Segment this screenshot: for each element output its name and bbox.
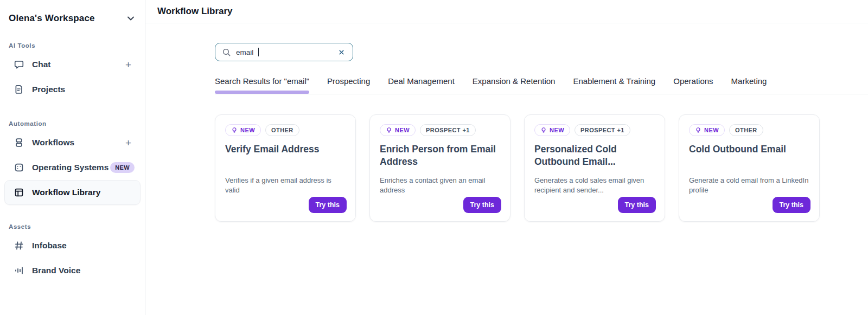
waveform-icon — [14, 265, 24, 276]
sidebar-item-label: Infobase — [32, 241, 67, 250]
workflow-nodes-icon — [14, 137, 24, 148]
add-workflow-button[interactable]: + — [122, 137, 135, 149]
badge-label: PROSPECT +1 — [426, 127, 470, 133]
section-label-ai-tools: AI Tools — [9, 42, 136, 49]
text-cursor — [258, 48, 259, 56]
try-this-button[interactable]: Try this — [463, 197, 501, 213]
add-chat-button[interactable]: + — [122, 59, 135, 71]
new-badge: NEW — [689, 124, 725, 136]
layout-icon — [14, 187, 24, 198]
category-tabs: Search Results for "email" Prospecting D… — [215, 76, 868, 94]
document-icon — [14, 84, 24, 95]
badge-label: PROSPECT +1 — [580, 127, 624, 133]
sidebar-item-label: Projects — [32, 85, 65, 94]
workflow-card-grid: NEW OTHER Verify Email Address Verifies … — [215, 114, 868, 222]
badge-row: NEW OTHER — [689, 124, 809, 136]
workflow-card[interactable]: NEW OTHER Cold Outbound Email Generate a… — [679, 114, 820, 222]
badge-row: NEW PROSPECT +1 — [380, 124, 500, 136]
workflow-title: Enrich Person from Email Address — [380, 143, 500, 173]
try-this-button[interactable]: Try this — [309, 197, 347, 213]
badge-row: NEW PROSPECT +1 — [534, 124, 655, 136]
clear-search-icon[interactable] — [337, 48, 346, 57]
tab-enablement-training[interactable]: Enablement & Training — [573, 76, 655, 94]
content: email Search Results for "email" Prospec… — [145, 23, 868, 222]
workspace-switcher[interactable]: Olena's Workspace — [4, 13, 141, 24]
tab-search-results[interactable]: Search Results for "email" — [215, 76, 309, 94]
sidebar-item-projects[interactable]: Projects — [4, 77, 141, 102]
sidebar-item-workflows[interactable]: Workflows + — [4, 130, 141, 155]
badge-label: NEW — [240, 127, 255, 133]
workflow-description: Generates a cold sales email given recip… — [534, 176, 655, 196]
sidebar-item-infobase[interactable]: Infobase — [4, 233, 141, 258]
grid-dots-icon — [14, 162, 24, 173]
badge-label: NEW — [704, 127, 719, 133]
workflow-card[interactable]: NEW OTHER Verify Email Address Verifies … — [215, 114, 356, 222]
workflow-description: Generate a cold email from a LinkedIn pr… — [689, 176, 809, 196]
try-this-button[interactable]: Try this — [773, 197, 810, 213]
sidebar: Olena's Workspace AI Tools Chat + Projec… — [0, 0, 145, 315]
badge-row: NEW OTHER — [225, 124, 346, 136]
tab-deal-management[interactable]: Deal Management — [388, 76, 455, 94]
sidebar-item-operating-systems[interactable]: Operating Systems NEW — [4, 155, 141, 180]
sidebar-item-label: Workflows — [32, 138, 74, 147]
section-label-assets: Assets — [9, 223, 136, 230]
sidebar-item-brand-voice[interactable]: Brand Voice — [4, 258, 141, 283]
sidebar-item-workflow-library[interactable]: Workflow Library — [4, 180, 141, 205]
sidebar-item-label: Workflow Library — [32, 188, 100, 197]
lightbulb-icon — [540, 127, 547, 133]
category-badge: PROSPECT +1 — [420, 124, 476, 136]
badge-label: NEW — [395, 127, 410, 133]
hash-icon — [14, 240, 24, 251]
search-value: email — [236, 48, 253, 56]
workflow-description: Verifies if a given email address is val… — [225, 176, 346, 196]
sidebar-item-chat[interactable]: Chat + — [4, 52, 141, 77]
workflow-card[interactable]: NEW PROSPECT +1 Personalized Cold Outbou… — [524, 114, 665, 222]
tab-marketing[interactable]: Marketing — [731, 76, 767, 94]
section-label-automation: Automation — [9, 120, 136, 127]
search-input[interactable]: email — [215, 43, 353, 61]
category-badge: OTHER — [265, 124, 299, 136]
badge-label: OTHER — [735, 127, 757, 133]
workflow-title: Verify Email Address — [225, 143, 346, 173]
sidebar-item-label: Brand Voice — [32, 266, 80, 275]
tab-prospecting[interactable]: Prospecting — [327, 76, 370, 94]
new-badge: NEW — [380, 124, 416, 136]
lightbulb-icon — [231, 127, 238, 133]
chevron-down-icon[interactable] — [125, 13, 136, 24]
badge-label: NEW — [550, 127, 564, 133]
sidebar-item-label: Operating Systems — [32, 163, 108, 172]
sidebar-item-label: Chat — [32, 60, 50, 69]
workflow-title: Personalized Cold Outbound Email... — [534, 143, 655, 173]
tab-operations[interactable]: Operations — [673, 76, 713, 94]
try-this-button[interactable]: Try this — [618, 197, 656, 213]
workflow-description: Enriches a contact given an email addres… — [380, 176, 500, 196]
new-badge: NEW — [225, 124, 261, 136]
new-badge: NEW — [534, 124, 570, 136]
workflow-title: Cold Outbound Email — [689, 143, 809, 173]
chat-icon — [14, 59, 24, 70]
new-badge: NEW — [110, 162, 135, 173]
lightbulb-icon — [695, 127, 701, 133]
badge-label: OTHER — [271, 127, 293, 133]
page-title: Workflow Library — [157, 6, 233, 17]
lightbulb-icon — [386, 127, 392, 133]
main-area: Workflow Library email Search Results fo… — [145, 0, 868, 315]
tab-expansion-retention[interactable]: Expansion & Retention — [473, 76, 556, 94]
workspace-name: Olena's Workspace — [9, 13, 95, 24]
page-header: Workflow Library — [145, 0, 868, 23]
workflow-card[interactable]: NEW PROSPECT +1 Enrich Person from Email… — [369, 114, 510, 222]
search-icon — [222, 48, 231, 57]
category-badge: PROSPECT +1 — [575, 124, 630, 136]
category-badge: OTHER — [729, 124, 763, 136]
